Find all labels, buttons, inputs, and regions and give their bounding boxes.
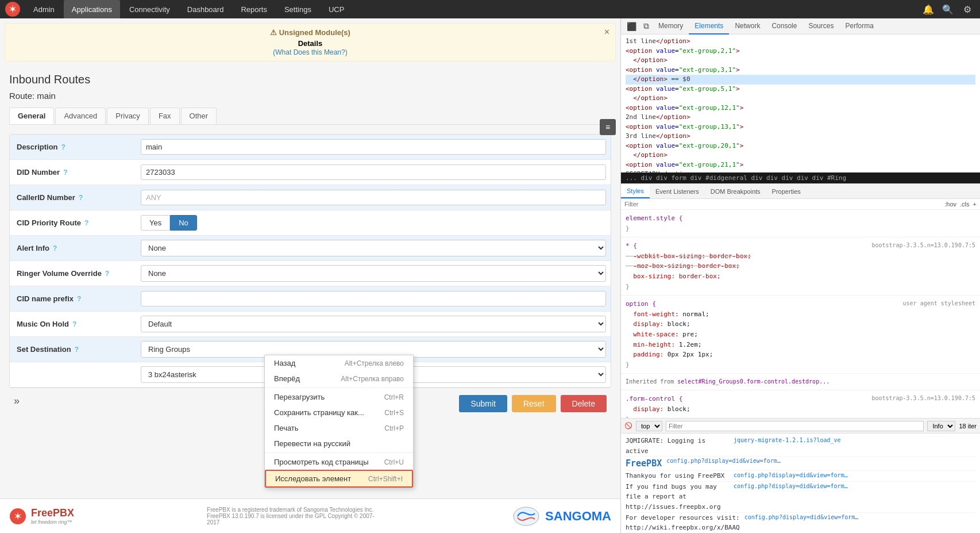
log-entry: Thankyou for using FreePBX config.php?di… — [626, 471, 975, 482]
nav-tab-settings[interactable]: Settings — [276, 0, 319, 18]
log-link-freepbx[interactable]: config.php?display=did&view=form&extdis — [666, 457, 781, 470]
css-block-box-sizing: * { bootstrap-3.3.5.n=13.0.190.7:5 -webk… — [621, 237, 980, 296]
page-title: Inbound Routes — [9, 73, 611, 86]
styles-tab-styles[interactable]: Styles — [621, 184, 650, 198]
help-icon-alert-info[interactable]: ? — [53, 244, 57, 252]
tab-general[interactable]: General — [9, 108, 54, 124]
form-row-ringer-volume: Ringer Volume Override ? None — [10, 261, 611, 286]
ctx-inspect[interactable]: Исследовать элемент Ctrl+Shift+I — [265, 470, 413, 488]
ctx-divider-1 — [265, 388, 413, 388]
styles-tab-dom-breakpoints[interactable]: DOM Breakpoints — [705, 184, 766, 198]
devtools-tab-performance[interactable]: Performa — [839, 18, 879, 34]
tab-fax[interactable]: Fax — [150, 108, 180, 124]
label-description: Description ? — [10, 138, 136, 156]
toggle-yes[interactable]: Yes — [141, 215, 170, 231]
styles-filter-cls[interactable]: .cls — [960, 201, 970, 208]
console-info-select[interactable]: Info — [927, 421, 955, 431]
console-filter-input[interactable] — [666, 421, 924, 431]
svg-text:✶: ✶ — [9, 5, 17, 14]
input-cid-prefix[interactable] — [141, 291, 606, 306]
help-icon-did[interactable]: ? — [63, 168, 67, 177]
nav-tab-ucp[interactable]: UCP — [321, 0, 352, 18]
devtools-tab-sources[interactable]: Sources — [802, 18, 839, 34]
ctx-reload[interactable]: Перезагрузить Ctrl+R — [265, 389, 413, 405]
toggle-no[interactable]: No — [170, 215, 197, 231]
devtools-tab-console[interactable]: Console — [766, 18, 802, 34]
ctx-back[interactable]: Назад Alt+Стрелка влево — [265, 355, 413, 371]
ctx-view-source[interactable]: Просмотреть код страницы Ctrl+U — [265, 454, 413, 470]
nav-tab-reports[interactable]: Reports — [233, 0, 275, 18]
help-icon-cid-prefix[interactable]: ? — [77, 295, 81, 303]
help-icon-description[interactable]: ? — [61, 143, 65, 151]
sangoma-logo-icon — [512, 505, 541, 528]
log-entry: For developer resources visit: http://wi… — [626, 513, 975, 533]
styles-filter-input[interactable] — [624, 201, 941, 208]
ctx-translate[interactable]: Перевести на русский — [265, 436, 413, 451]
field-ringer-volume: None — [136, 262, 611, 285]
label-callerid: CallerID Number ? — [10, 189, 136, 206]
footer-copyright: FreePBX is a registered trademark of San… — [207, 507, 379, 526]
settings-icon[interactable]: ⚙ — [959, 1, 975, 17]
field-description — [136, 136, 611, 158]
console-toolbar-icon[interactable]: 🚫 — [624, 422, 632, 430]
help-icon-ringer-volume[interactable]: ? — [105, 270, 109, 278]
help-icon-cid-priority[interactable]: ? — [84, 219, 88, 227]
ctx-print[interactable]: Печать Ctrl+P — [265, 420, 413, 436]
list-view-icon[interactable]: ≡ — [600, 119, 616, 135]
styles-tab-properties[interactable]: Properties — [766, 184, 807, 198]
tab-privacy[interactable]: Privacy — [107, 108, 149, 124]
tab-advanced[interactable]: Advanced — [55, 108, 106, 124]
log-link[interactable]: config.php?display=did&view=form&extdis — [734, 471, 848, 481]
devtools-tab-network[interactable]: Network — [729, 18, 766, 34]
input-did[interactable] — [141, 164, 606, 180]
banner-link[interactable]: (What Does this Mean?) — [273, 48, 347, 56]
unsigned-modules-banner: × ⚠ Unsigned Module(s) Details (What Doe… — [5, 23, 616, 62]
console-level-select[interactable]: top — [636, 421, 662, 431]
route-subtitle: Route: main — [9, 91, 611, 101]
nav-tab-connectivity[interactable]: Connectivity — [121, 0, 178, 18]
form-row-did: DID Number ? — [10, 160, 611, 185]
ctx-inspect-label: Исследовать элемент — [275, 474, 351, 483]
select-ringer-volume[interactable]: None — [141, 265, 606, 282]
devtools-tab-memory[interactable]: Memory — [653, 18, 689, 34]
log-link[interactable]: config.php?display=did&view=form&extdis — [744, 513, 859, 533]
styles-filter-add[interactable]: + — [973, 201, 977, 208]
reset-button[interactable]: Reset — [512, 395, 556, 412]
help-icon-callerid[interactable]: ? — [79, 194, 83, 202]
devtools-dock-icon[interactable]: ⬛ — [623, 21, 640, 32]
nav-tab-dashboard[interactable]: Dashboard — [179, 0, 232, 18]
devtools-undock-icon[interactable]: ⧉ — [640, 20, 653, 32]
banner-close-button[interactable]: × — [604, 27, 609, 37]
devtools-tabs: ⬛ ⧉ Memory Elements Network Console Sour… — [621, 18, 980, 34]
nav-tab-applications[interactable]: Applications — [64, 0, 120, 18]
select-alert-info[interactable]: None — [141, 240, 606, 256]
log-entry: JQMIGRATE: Logging is active jquery-migr… — [626, 436, 975, 457]
log-link[interactable]: jquery-migrate-1.2.1.is?load_ve — [734, 436, 841, 456]
delete-button[interactable]: Delete — [561, 395, 607, 412]
log-link[interactable]: config.php?display=did&view=form&extdis — [734, 482, 848, 512]
notification-icon[interactable]: 🔔 — [920, 1, 936, 17]
help-icon-music-on-hold[interactable]: ? — [72, 320, 76, 328]
log-msg: For developer resources visit: http://wi… — [626, 513, 740, 533]
devtools-tab-elements[interactable]: Elements — [689, 18, 729, 34]
context-menu: Назад Alt+Стрелка влево Вперёд Alt+Стрел… — [264, 355, 414, 488]
ctx-save[interactable]: Сохранить страницу как... Ctrl+S — [265, 405, 413, 420]
css-block-option: option { user agent stylesheet font-weig… — [621, 296, 980, 374]
styles-tab-event-listeners[interactable]: Event Listeners — [650, 184, 705, 198]
nav-tab-admin[interactable]: Admin — [25, 0, 63, 18]
html-line[interactable]: </option> == $0 — [626, 75, 975, 85]
ctx-forward[interactable]: Вперёд Alt+Стрелка вправо — [265, 371, 413, 386]
input-callerid[interactable] — [141, 190, 606, 205]
submit-button[interactable]: Submit — [459, 395, 507, 412]
log-msg: If you find bugs you may file a report a… — [626, 482, 729, 512]
tab-other[interactable]: Other — [181, 108, 217, 124]
search-icon[interactable]: 🔍 — [940, 1, 956, 17]
form-row-music-on-hold: Music On Hold ? Default — [10, 312, 611, 337]
select-music-on-hold[interactable]: Default — [141, 316, 606, 332]
input-description[interactable] — [141, 139, 606, 155]
banner-details-label: Details — [298, 39, 323, 48]
styles-filter-hov[interactable]: :hov — [944, 201, 956, 208]
html-panel: 1st line</option> <option value="ext-gro… — [621, 34, 980, 172]
form-row-cid-prefix: CID name prefix ? — [10, 286, 611, 312]
help-icon-set-destination[interactable]: ? — [75, 346, 79, 354]
